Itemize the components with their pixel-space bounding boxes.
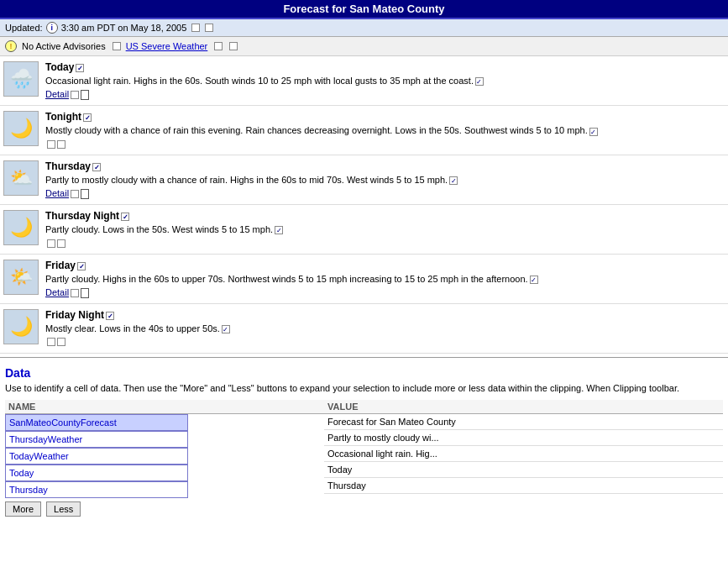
check-icon: ✓ — [92, 163, 101, 171]
check-icon: ✓ — [106, 312, 114, 320]
check-icon: ✓ — [76, 64, 84, 72]
forecast-title-thursday-night: Thursday Night✓ — [45, 210, 725, 222]
section-divider — [0, 357, 728, 358]
data-value-cell-4: Thursday — [324, 478, 723, 494]
data-value-cell-3: Today — [324, 462, 723, 478]
data-value-cell-2: Occasional light rain. Hig... — [324, 446, 723, 462]
extra-icons — [45, 336, 725, 348]
forecast-title-friday-night: Friday Night✓ — [45, 309, 725, 321]
updated-bar: Updated: i 3:30 am PDT on May 18, 2005 — [0, 19, 728, 37]
small-icon-2 — [57, 239, 65, 248]
detail-link-friday[interactable]: Detail — [45, 287, 69, 297]
detail-icon — [71, 91, 79, 99]
forecast-content-tonight: Tonight✓Mostly cloudy with a chance of r… — [45, 111, 725, 149]
extra-icons — [45, 237, 725, 249]
forecast-icon-thursday-night: 🌙 — [3, 210, 39, 245]
forecast-item-thursday-night: 🌙Thursday Night✓Partly cloudy. Lows in t… — [0, 205, 728, 254]
name-column-header: NAME — [5, 400, 324, 414]
forecast-section: 🌧️Today✓Occasional light rain. Highs in … — [0, 56, 728, 354]
forecast-item-friday-night: 🌙Friday Night✓Mostly clear. Lows in the … — [0, 304, 728, 353]
forecast-icon-friday-night: 🌙 — [3, 309, 39, 344]
bottom-bar: More Less — [0, 498, 728, 520]
check-icon-inline: ✓ — [475, 77, 484, 86]
forecast-title-friday: Friday✓ — [45, 260, 725, 271]
forecast-content-friday: Friday✓Partly cloudy. Highs in the 60s t… — [45, 260, 725, 298]
forecast-title-tonight: Tonight✓ — [45, 111, 725, 123]
data-table-names: NAME SanMateoCountyForecastThursdayWeath… — [5, 400, 324, 498]
severe-weather-link[interactable]: US Severe Weather — [126, 41, 208, 51]
forecast-title-today: Today✓ — [45, 61, 725, 73]
forecast-item-tonight: 🌙Tonight✓Mostly cloudy with a chance of … — [0, 106, 728, 155]
forecast-item-thursday: ⛅Thursday✓Partly to mostly cloudy with a… — [0, 155, 728, 205]
advisory-text: No Active Advisories — [22, 41, 106, 51]
forecast-desc-tonight: Mostly cloudy with a chance of rain this… — [45, 124, 725, 137]
data-name-cell-2[interactable]: TodayWeather — [5, 448, 188, 465]
check-icon — [113, 42, 121, 50]
copy-icon — [81, 288, 89, 298]
forecast-icon-today: 🌧️ — [3, 61, 39, 97]
value-column-header: VALUE — [324, 400, 723, 414]
forecast-content-thursday: Thursday✓Partly to mostly cloudy with a … — [45, 160, 725, 199]
less-button[interactable]: Less — [46, 501, 81, 517]
check-icon-inline: ✓ — [275, 226, 283, 234]
data-name-cell-1[interactable]: ThursdayWeather — [5, 431, 188, 448]
forecast-links-today: Detail — [45, 89, 725, 100]
forecast-desc-thursday: Partly to mostly cloudy with a chance of… — [45, 174, 725, 186]
forecast-title-thursday: Thursday✓ — [45, 160, 725, 172]
forecast-desc-friday: Partly cloudy. Highs in the 60s to upper… — [45, 273, 725, 286]
page-title: Forecast for San Mateo County — [283, 3, 444, 15]
forecast-content-thursday-night: Thursday Night✓Partly cloudy. Lows in th… — [45, 210, 725, 248]
forecast-icon-friday: 🌤️ — [3, 260, 39, 295]
updated-label: Updated: — [5, 23, 43, 33]
value-rows: Forecast for San Mateo CountyPartly to m… — [324, 414, 723, 494]
check-icon: ✓ — [77, 262, 86, 270]
forecast-content-friday-night: Friday Night✓Mostly clear. Lows in the 4… — [45, 309, 725, 347]
link-icon — [214, 42, 223, 50]
page-header: Forecast for San Mateo County — [0, 0, 728, 19]
data-name-cell-0[interactable]: SanMateoCountyForecast — [5, 414, 188, 431]
copy-icon — [81, 189, 89, 199]
detail-link-today[interactable]: Detail — [45, 89, 69, 99]
small-icon-2 — [57, 338, 65, 346]
forecast-links-friday: Detail — [45, 287, 725, 298]
detail-link-thursday[interactable]: Detail — [45, 188, 69, 198]
forecast-desc-friday-night: Mostly clear. Lows in the 40s to upper 5… — [45, 323, 725, 335]
advisory-icon: ! — [5, 40, 17, 52]
forecast-item-friday: 🌤️Friday✓Partly cloudy. Highs in the 60s… — [0, 255, 728, 304]
updated-time: 3:30 am PDT on May 18, 2005 — [61, 23, 187, 33]
forecast-desc-thursday-night: Partly cloudy. Lows in the 50s. West win… — [45, 223, 725, 236]
check-icon-inline: ✓ — [530, 276, 538, 284]
data-name-cell-3[interactable]: Today — [5, 465, 188, 481]
check-icon: ✓ — [121, 213, 129, 221]
more-button[interactable]: More — [5, 501, 41, 517]
detail-icon — [71, 190, 79, 198]
check-icon: ✓ — [83, 113, 92, 122]
check-icon-inline: ✓ — [449, 176, 458, 185]
detail-icon — [71, 289, 79, 297]
small-icon-1 — [47, 338, 55, 346]
forecast-links-thursday: Detail — [45, 188, 725, 199]
copy-link-icon — [229, 42, 238, 50]
advisory-bar: ! No Active Advisories US Severe Weather — [0, 37, 728, 56]
data-name-cell-4[interactable]: Thursday — [5, 481, 188, 498]
data-value-cell-1: Partly to mostly cloudy wi... — [324, 430, 723, 446]
extra-icons — [45, 138, 725, 150]
copy-icon — [81, 90, 89, 100]
small-icon-1 — [47, 239, 55, 248]
data-value-cell-0: Forecast for San Mateo County — [324, 414, 723, 430]
data-table: NAME SanMateoCountyForecastThursdayWeath… — [5, 400, 723, 498]
small-icon-1 — [47, 140, 55, 149]
small-icon-2 — [57, 140, 65, 149]
forecast-desc-today: Occasional light rain. Highs in the 60s.… — [45, 75, 725, 87]
data-section-title: Data — [5, 366, 723, 380]
check-icon-inline: ✓ — [222, 325, 230, 333]
info-icon: i — [46, 22, 58, 34]
check-icon-inline: ✓ — [589, 128, 598, 136]
forecast-icon-tonight: 🌙 — [3, 111, 39, 146]
name-rows: SanMateoCountyForecastThursdayWeatherTod… — [5, 414, 324, 498]
forecast-item-today: 🌧️Today✓Occasional light rain. Highs in … — [0, 56, 728, 106]
data-table-values: VALUE Forecast for San Mateo CountyPartl… — [324, 400, 723, 498]
data-description: Use to identify a cell of data. Then use… — [5, 383, 723, 393]
forecast-icon-thursday: ⛅ — [3, 160, 39, 196]
forecast-content-today: Today✓Occasional light rain. Highs in th… — [45, 61, 725, 100]
